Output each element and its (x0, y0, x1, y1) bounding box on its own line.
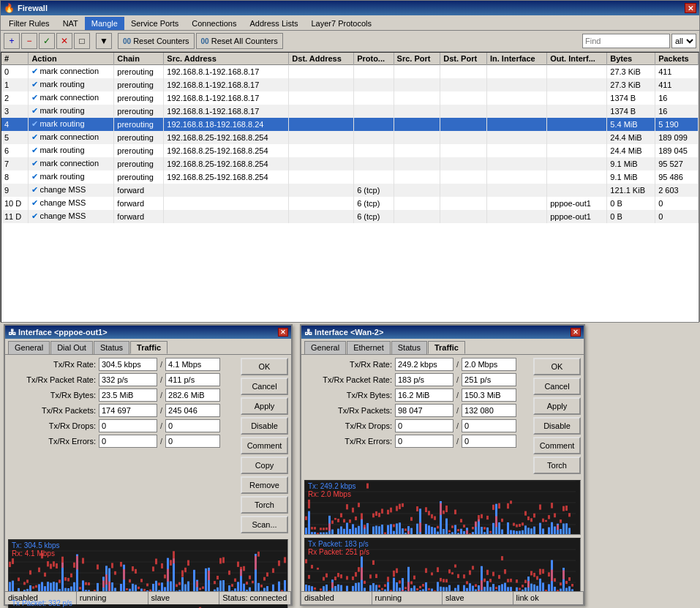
comment-button2[interactable]: Comment (533, 437, 581, 454)
col-src-address[interactable]: Src. Address (164, 53, 289, 65)
table-row[interactable]: 10 D✔change MSSforward6 (tcp)pppoe-out10… (1, 197, 699, 210)
add-button[interactable]: + (4, 33, 20, 49)
firewall-icon: 🔥 (4, 3, 15, 13)
menu-layer7[interactable]: Layer7 Protocols (305, 17, 379, 30)
txrx-rate-row: Tx/Rx Rate: 304.5 kbps / 4.1 Mbps (8, 358, 238, 371)
scan-button[interactable]: Scan... (241, 516, 288, 533)
tab-dial-out[interactable]: Dial Out (50, 341, 93, 354)
tab-general[interactable]: General (8, 341, 50, 354)
tab-traffic[interactable]: Traffic (130, 341, 168, 354)
comment-button[interactable]: Comment (241, 437, 288, 454)
copy-button[interactable]: Copy (241, 457, 288, 474)
rx-bytes-value: 282.6 MiB (165, 389, 220, 402)
table-row[interactable]: 1✔mark routingprerouting192.168.8.1-192.… (1, 78, 699, 91)
table-row[interactable]: 7✔mark connectionprerouting192.168.8.25-… (1, 157, 699, 170)
table-row[interactable]: 11 D✔change MSSforward6 (tcp)pppoe-out10… (1, 210, 699, 223)
txrx-packet-rate-row: Tx/Rx Packet Rate: 332 p/s / 411 p/s (8, 373, 238, 386)
find-select[interactable]: all (671, 34, 696, 48)
table-row[interactable]: 6✔mark routingprerouting192.168.8.25-192… (1, 144, 699, 157)
table-row[interactable]: 4✔mark routingprerouting192.168.8.18-192… (1, 118, 699, 131)
disable-button[interactable]: ✕ (56, 33, 72, 49)
col-bytes[interactable]: Bytes (607, 53, 655, 65)
rx-packets-value: 245 046 (165, 404, 220, 417)
ok-button[interactable]: OK (241, 358, 288, 375)
errors-label2: Tx/Rx Errors: (304, 437, 392, 446)
col-proto[interactable]: Proto... (354, 53, 394, 65)
txrx-bytes-row: Tx/Rx Bytes: 23.5 MiB / 282.6 MiB (8, 389, 238, 402)
interface2-close-button[interactable]: ✕ (571, 328, 581, 337)
interface2-rx-legend: Rx: 2.0 Mbps (308, 490, 356, 498)
col-in-interface[interactable]: In. Interface (486, 53, 546, 65)
col-out-interface[interactable]: Out. Interf... (547, 53, 607, 65)
tab2-general[interactable]: General (304, 341, 346, 354)
table-row[interactable]: 2✔mark connectionprerouting192.168.8.1-1… (1, 91, 699, 105)
tab-status[interactable]: Status (94, 341, 129, 354)
col-dst-address[interactable]: Dst. Address (289, 53, 354, 65)
reset-all-counters-button[interactable]: 00 Reset All Counters (196, 33, 283, 49)
menu-service-ports[interactable]: Service Ports (124, 17, 185, 30)
menu-connections[interactable]: Connections (185, 17, 243, 30)
find-input[interactable] (582, 34, 670, 48)
reset-all-label: Reset All Counters (211, 37, 278, 45)
copy-button[interactable]: □ (74, 33, 90, 49)
table-row[interactable]: 0✔mark connectionprerouting192.168.8.1-1… (1, 65, 699, 78)
interface1-title: Interface <pppoe-out1> (18, 328, 108, 337)
remove-button[interactable]: Remove (241, 476, 288, 494)
apply-button2[interactable]: Apply (533, 397, 581, 415)
tx-errors-value2: 0 (395, 435, 454, 448)
col-action[interactable]: Action (29, 53, 114, 65)
bytes-label2: Tx/Rx Bytes: (304, 391, 392, 399)
table-row[interactable]: 5✔mark connectionprerouting192.168.8.25-… (1, 131, 699, 144)
remove-button[interactable]: − (21, 33, 37, 49)
interface2-window: 🖧 Interface <Wan-2> ✕ General Ethernet S… (300, 324, 585, 606)
tab2-ethernet[interactable]: Ethernet (347, 341, 391, 354)
enable-button[interactable]: ✓ (39, 33, 55, 49)
rules-table-container: # Action Chain Src. Address Dst. Address… (1, 52, 699, 323)
col-dst-port[interactable]: Dst. Port (440, 53, 487, 65)
col-chain[interactable]: Chain (114, 53, 164, 65)
packets-label2: Tx/Rx Packets: (304, 406, 392, 415)
cancel-button[interactable]: Cancel (241, 378, 288, 395)
menu-filter-rules[interactable]: Filter Rules (2, 17, 56, 30)
table-row[interactable]: 8✔mark routingprerouting192.168.8.25-192… (1, 170, 699, 184)
interface1-chart1: Tx: 304.5 kbps Rx: 4.1 Mbps (8, 539, 288, 594)
interface2-tx-packet-legend: Tx Packet: 183 p/s (308, 540, 369, 548)
table-row[interactable]: 3✔mark routingprerouting192.168.8.1-192.… (1, 105, 699, 118)
table-row[interactable]: 9✔change MSSforward6 (tcp)121.1 KiB2 603 (1, 184, 699, 197)
tab2-traffic[interactable]: Traffic (428, 341, 465, 354)
menu-nat[interactable]: NAT (56, 17, 85, 30)
reset-all-icon: 00 (201, 37, 209, 45)
interface1-close-button[interactable]: ✕ (278, 328, 288, 337)
rx-packets-value2: 132 080 (462, 404, 516, 417)
ok-button2[interactable]: OK (533, 358, 581, 375)
txrx-drops-row2: Tx/Rx Drops: 0 / 0 (304, 419, 530, 432)
interface1-rx-legend: Rx: 4.1 Mbps (12, 549, 60, 558)
disable-button2[interactable]: Disable (533, 417, 581, 435)
menu-address-lists[interactable]: Address Lists (243, 17, 304, 30)
col-packets[interactable]: Packets (655, 53, 699, 65)
rx-drops-value2: 0 (462, 419, 516, 432)
torch-button[interactable]: Torch (241, 496, 288, 514)
filter-button[interactable]: ▼ (96, 33, 112, 49)
interface1-tx-legend: Tx: 304.5 kbps (12, 541, 60, 549)
main-close-button[interactable]: ✕ (685, 3, 696, 13)
reset-counters-button[interactable]: 00 Reset Counters (118, 33, 195, 49)
disable-button[interactable]: Disable (241, 417, 288, 435)
cancel-button2[interactable]: Cancel (533, 378, 581, 395)
drops-label: Tx/Rx Drops: (8, 421, 96, 430)
col-id[interactable]: # (1, 53, 29, 65)
packet-rate-label2: Tx/Rx Packet Rate: (304, 375, 392, 384)
txrx-errors-row: Tx/Rx Errors: 0 / 0 (8, 435, 238, 448)
toolbar: + − ✓ ✕ □ ▼ 00 Reset Counters 00 Reset A… (1, 31, 699, 52)
tx-rate-value: 304.5 kbps (99, 358, 157, 371)
rx-errors-value: 0 (165, 435, 220, 448)
menu-mangle[interactable]: Mangle (85, 17, 124, 30)
tx-packets-value: 174 697 (99, 404, 157, 417)
apply-button[interactable]: Apply (241, 397, 288, 415)
col-src-port[interactable]: Src. Port (394, 53, 440, 65)
rx-packet-rate-value2: 251 p/s (462, 373, 516, 386)
tab2-status[interactable]: Status (391, 341, 427, 354)
torch-button2[interactable]: Torch (533, 457, 581, 474)
packet-rate-label: Tx/Rx Packet Rate: (8, 375, 96, 384)
status2-1: disabled (301, 592, 372, 604)
